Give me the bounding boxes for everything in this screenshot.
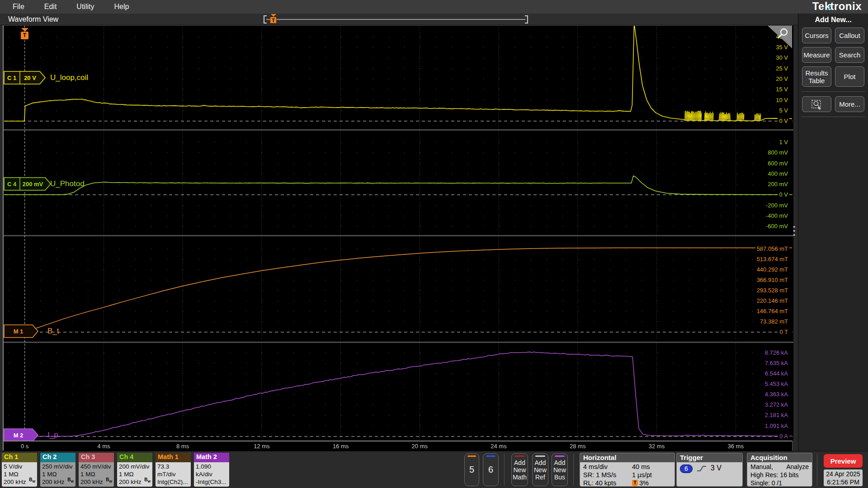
time-axis-label: 20 ms xyxy=(412,443,428,450)
channel-settings-ch3[interactable]: Ch 3 450 mV/div1 MΩ200 kHz BW xyxy=(79,453,114,487)
trace-name-u-loop-coil[interactable]: U_loop,coil xyxy=(50,73,88,82)
svg-text:200 mV: 200 mV xyxy=(23,181,43,188)
horizontal-title: Horizontal xyxy=(580,453,675,462)
tick-label: 200 mV xyxy=(766,181,789,188)
sample-rate: SR: 1 MS/s xyxy=(583,471,632,479)
sidebar-divider xyxy=(801,117,865,117)
channel-settings-title: Math 2 xyxy=(194,453,229,462)
measure-button[interactable]: Measure xyxy=(802,47,831,63)
channel-settings-title: Math 1 xyxy=(156,453,191,462)
channel-settings-title: Ch 2 xyxy=(40,453,75,462)
tick-label: 400 mV xyxy=(766,170,789,177)
tick-label: 20 V xyxy=(774,75,789,82)
zoom-select-button[interactable] xyxy=(802,96,831,112)
time-axis: 0 s4 ms8 ms12 ms16 ms20 ms24 ms28 ms32 m… xyxy=(4,441,792,451)
tick-label: 4.363 kA xyxy=(764,391,789,398)
search-button[interactable]: Search xyxy=(835,47,864,63)
channel-settings-ch2[interactable]: Ch 2 250 mV/div1 MΩ200 kHz BW xyxy=(40,453,75,487)
channel-settings-math2[interactable]: Math 2 1.090 kA/div-Intg(Ch3... xyxy=(194,453,229,487)
channel-setting-row: 200 mV/div xyxy=(119,463,151,470)
tick-label: 25 V xyxy=(774,65,789,72)
scope-slot-5-button[interactable]: 5 xyxy=(464,453,479,486)
tick-label: 0 V xyxy=(778,191,789,198)
preview-button[interactable]: Preview xyxy=(824,454,863,468)
tick-label: -600 mV xyxy=(764,223,789,230)
overview-line xyxy=(266,19,525,20)
tick-label: 220.146 mT xyxy=(755,297,789,304)
scope-slot-6-button[interactable]: 6 xyxy=(483,453,499,486)
channel-setting-row: 450 mV/div xyxy=(80,463,112,470)
time-axis-label: 32 ms xyxy=(649,443,665,450)
results-table-button[interactable]: Results Table xyxy=(802,66,831,87)
waveform-plot[interactable]: 40 V35 V30 V25 V20 V15 V10 V5 V0 V1 V800… xyxy=(3,25,793,450)
plot-button[interactable]: Plot xyxy=(835,66,864,87)
waveform-view-titlebar: Waveform View T xyxy=(0,14,798,25)
trigger-position-marker[interactable]: T xyxy=(21,28,29,39)
svg-text:C 1: C 1 xyxy=(7,75,16,81)
tick-label: 2.181 kA xyxy=(764,412,789,418)
channel-settings-ch4[interactable]: Ch 4 200 mV/div1 MΩ200 kHz BW xyxy=(117,453,152,487)
record-length: RL: 40 kpts xyxy=(583,479,632,487)
tick-label: 15 V xyxy=(774,86,789,93)
menu-edit[interactable]: Edit xyxy=(37,1,64,13)
waveform-view: Waveform View T 40 V35 V30 V25 V20 V15 V… xyxy=(0,14,798,451)
channel-badge-u-photod[interactable]: C 4200 mV xyxy=(4,177,52,191)
channel-setting-row: -Intg(Ch3... xyxy=(196,478,227,486)
callout-button[interactable]: Callout xyxy=(835,28,864,43)
more-button[interactable]: More... xyxy=(835,96,864,112)
trace-name-i-p[interactable]: I_p xyxy=(47,431,58,440)
channel-setting-row: 5 V/div xyxy=(4,463,35,470)
channel-setting-row: 250 mV/div xyxy=(42,463,74,470)
channel-badge-b-t[interactable]: M 1 xyxy=(4,324,39,338)
acquisition-panel[interactable]: Acquisition Manual,Analyze High Res: 16 … xyxy=(747,453,812,487)
datetime-display[interactable]: 24 Apr 2025 6:21:56 PM xyxy=(824,469,863,486)
channel-setting-row: 1.090 kA/div xyxy=(196,463,227,478)
zoom-select-icon xyxy=(811,99,823,110)
acquisition-overview[interactable]: T xyxy=(264,15,528,24)
waveform-canvas xyxy=(4,26,793,441)
acquisition-title: Acquisition xyxy=(747,453,812,462)
horizontal-panel[interactable]: Horizontal 4 ms/div40 ms SR: 1 MS/s1 µs/… xyxy=(580,453,675,487)
bandwidth-limit-icon: BW xyxy=(144,476,151,485)
tick-label: 0 A xyxy=(778,433,789,440)
menu-help[interactable]: Help xyxy=(107,1,136,13)
channel-settings-math1[interactable]: Math 1 73.3 mT/divIntg(Ch2)... xyxy=(156,453,191,487)
acquisition-resolution: High Res: 16 bits xyxy=(750,471,809,479)
panel-splitter-handle[interactable]: ••• xyxy=(793,225,795,237)
time-axis-label: 16 ms xyxy=(333,443,349,450)
menu-bar: File Edit Utility Help Tek∕tronix xyxy=(0,0,868,14)
trace-name-b-t[interactable]: B_t xyxy=(47,327,59,336)
time: 6:21:56 PM xyxy=(824,478,863,486)
menu-utility[interactable]: Utility xyxy=(69,1,101,13)
channel-settings-title: Ch 4 xyxy=(117,453,152,462)
waveform-view-title: Waveform View xyxy=(8,15,58,23)
cursors-button[interactable]: Cursors xyxy=(802,28,831,43)
add-new-ref-button[interactable]: AddNewRef xyxy=(532,453,548,486)
overview-trigger-icon[interactable]: T xyxy=(270,14,277,23)
channel-settings-ch1[interactable]: Ch 1 5 V/div1 MΩ200 kHz BW xyxy=(2,453,37,487)
tick-label: 8.726 kA xyxy=(764,349,789,356)
overview-left-bracket[interactable] xyxy=(264,15,267,23)
rising-edge-icon xyxy=(696,465,707,472)
separator xyxy=(817,454,817,486)
tick-label: 10 V xyxy=(774,97,789,103)
tick-label: 146.764 mT xyxy=(755,308,789,314)
zoom-corner-magnifier-icon[interactable] xyxy=(774,28,790,41)
add-new-math-button[interactable]: AddNewMath xyxy=(511,453,528,486)
trace-name-u-photod[interactable]: U_Photod xyxy=(50,179,85,188)
channel-setting-row: Intg(Ch2)... xyxy=(157,478,189,486)
channel-badge-i-p[interactable]: M 2 xyxy=(4,428,39,442)
trigger-level: 3 V xyxy=(711,464,722,472)
menu-file[interactable]: File xyxy=(5,1,32,13)
trigger-panel[interactable]: Trigger 6 3 V xyxy=(676,453,743,487)
time-axis-label: 12 ms xyxy=(254,443,269,450)
add-new-bus-button[interactable]: AddNewBus xyxy=(552,453,568,486)
tick-label: 30 V xyxy=(774,54,789,61)
time-axis-label: 28 ms xyxy=(570,443,585,450)
channel-badge-u-loop-coil[interactable]: C 120 V xyxy=(4,71,46,84)
sidebar-divider xyxy=(801,91,865,92)
overview-right-bracket[interactable] xyxy=(525,15,528,23)
date: 24 Apr 2025 xyxy=(824,470,863,478)
separator xyxy=(504,454,505,486)
trigger-title: Trigger xyxy=(677,453,742,462)
